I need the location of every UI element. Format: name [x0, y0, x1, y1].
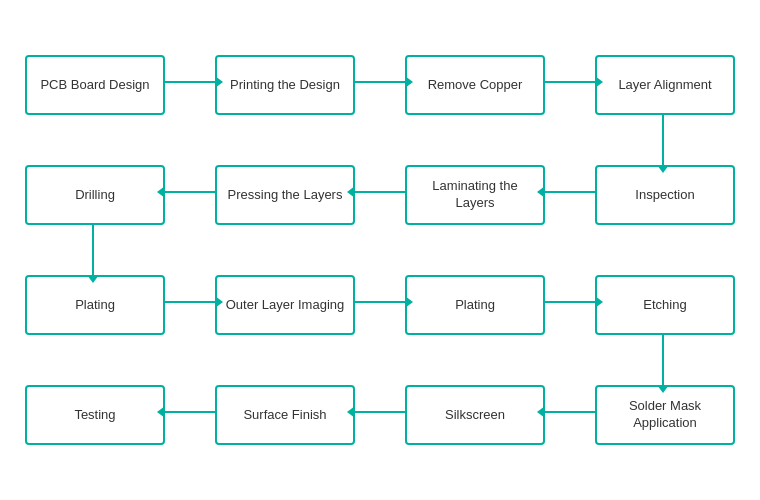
- arr-1-arrow: [165, 81, 215, 83]
- arr-3-arrow: [545, 81, 595, 83]
- arr-8-arrow: [92, 225, 94, 275]
- silkscreen: Silkscreen: [405, 385, 545, 445]
- arr-7-arrow: [545, 191, 595, 193]
- printing-the-design: Printing the Design: [215, 55, 355, 115]
- laminating-the-layers: Laminating the Layers: [405, 165, 545, 225]
- arr-5-arrowhead: [347, 186, 355, 198]
- drilling: Drilling: [25, 165, 165, 225]
- pressing-the-layers: Pressing the Layers: [215, 165, 355, 225]
- surface-finish: Surface Finish: [215, 385, 355, 445]
- outer-layer-imaging: Outer Layer Imaging: [215, 275, 355, 335]
- arr-9-arrow: [165, 301, 215, 303]
- arr-2-arrowhead: [405, 76, 413, 88]
- pcb-flowchart: PCB Board DesignPrinting the DesignRemov…: [0, 0, 760, 500]
- arr-3-arrowhead: [595, 76, 603, 88]
- remove-copper: Remove Copper: [405, 55, 545, 115]
- arr-14-arrow: [165, 411, 215, 413]
- arr-10-arrow: [355, 301, 405, 303]
- pcb-board-design: PCB Board Design: [25, 55, 165, 115]
- arr-6-arrow: [165, 191, 215, 193]
- etching: Etching: [595, 275, 735, 335]
- arr-7-arrowhead: [537, 186, 545, 198]
- arr-9-arrowhead: [215, 296, 223, 308]
- arr-14-arrowhead: [157, 406, 165, 418]
- testing: Testing: [25, 385, 165, 445]
- arr-6-arrowhead: [157, 186, 165, 198]
- arr-4-arrow: [662, 115, 664, 165]
- arr-1-arrowhead: [215, 76, 223, 88]
- arr-2-arrow: [355, 81, 405, 83]
- arr-15-arrowhead: [537, 406, 545, 418]
- arr-15-arrow: [545, 411, 595, 413]
- inspection: Inspection: [595, 165, 735, 225]
- plating-1: Plating: [25, 275, 165, 335]
- arr-11-arrow: [545, 301, 595, 303]
- arr-12-arrow: [662, 335, 664, 385]
- arr-13-arrow: [355, 411, 405, 413]
- arr-8-arrowhead: [87, 275, 99, 283]
- arr-4-arrowhead: [657, 165, 669, 173]
- arr-13-arrowhead: [347, 406, 355, 418]
- arr-10-arrowhead: [405, 296, 413, 308]
- arr-5-arrow: [355, 191, 405, 193]
- arr-12-arrowhead: [657, 385, 669, 393]
- layer-alignment: Layer Alignment: [595, 55, 735, 115]
- plating-2: Plating: [405, 275, 545, 335]
- arr-11-arrowhead: [595, 296, 603, 308]
- solder-mask-application: Solder Mask Application: [595, 385, 735, 445]
